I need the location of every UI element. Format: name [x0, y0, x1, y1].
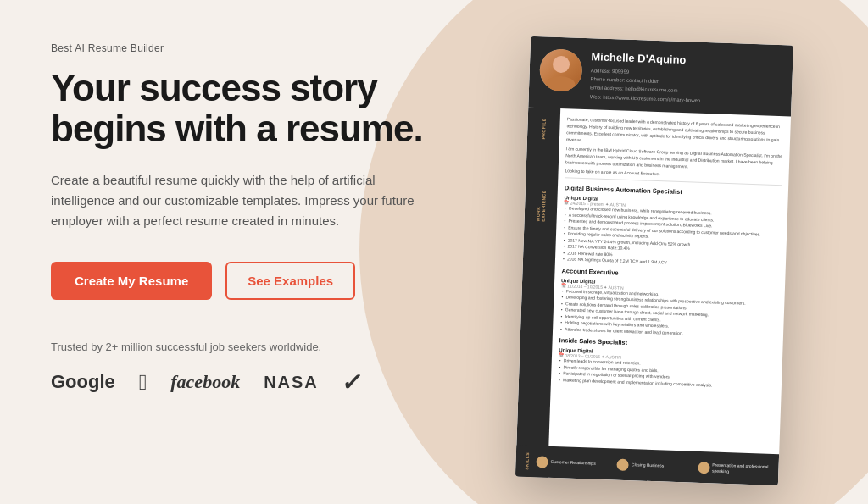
resume-profile: Passionate, customer-focused leader with…	[566, 115, 784, 150]
resume-name-block: Michelle D'Aquino Address: 909999 Phone …	[590, 50, 783, 108]
badge-text: Best AI Resume Builder	[51, 42, 432, 54]
skill-2: Closing Business	[617, 455, 692, 475]
headline: Your success story begins with a resume.	[51, 68, 432, 150]
brand-logos: Google  facebook NASA ✓	[51, 368, 432, 396]
resume-content: Passionate, customer-focused leader with…	[548, 108, 791, 485]
resume-body: PROFILE WORKEXPERIENCE Passionate, custo…	[515, 107, 791, 485]
profile-label: PROFILE	[541, 117, 547, 138]
skill-text-3: Presentation and professional speaking	[712, 462, 772, 475]
trust-section: Trusted by 2+ million successful job see…	[51, 341, 432, 396]
skill-3: Presentation and professional speaking	[698, 458, 772, 479]
headline-line1: Your success story	[51, 67, 377, 108]
see-examples-button[interactable]: See Examples	[225, 262, 355, 300]
skill-1: Customer Relationships	[536, 452, 610, 473]
resume-address: Address: 909999 Phone number: contact hi…	[590, 66, 782, 108]
skill-icon-1	[536, 455, 548, 467]
subheadline: Create a beautiful resume quickly with t…	[51, 170, 415, 231]
apple-logo: 	[139, 371, 147, 393]
skill-icon-3	[698, 461, 709, 473]
main-container: Best AI Resume Builder Your success stor…	[0, 0, 868, 504]
trust-text: Trusted by 2+ million successful job see…	[51, 341, 432, 353]
left-panel: Best AI Resume Builder Your success stor…	[0, 0, 475, 504]
nasa-logo: NASA	[264, 373, 319, 392]
skill-text-2: Closing Business	[632, 462, 665, 468]
nike-logo: ✓	[340, 368, 364, 396]
cta-buttons: Create My Resume See Examples	[51, 262, 432, 300]
resume-header: Michelle D'Aquino Address: 909999 Phone …	[528, 36, 793, 116]
right-panel: Michelle D'Aquino Address: 909999 Phone …	[475, 0, 868, 504]
work-label: WORKEXPERIENCE	[536, 190, 547, 222]
skill-icon-2	[617, 458, 629, 470]
google-logo: Google	[51, 371, 115, 393]
avatar-image	[539, 48, 583, 92]
headline-line2: begins with a resume.	[51, 108, 423, 149]
facebook-logo: facebook	[170, 371, 240, 393]
skills-label: SKILLS	[522, 451, 530, 469]
resume-avatar	[539, 48, 583, 92]
skill-text-1: Customer Relationships	[551, 458, 596, 466]
resume-name: Michelle D'Aquino	[591, 50, 782, 69]
create-resume-button[interactable]: Create My Resume	[51, 262, 212, 300]
resume-preview-card: Michelle D'Aquino Address: 909999 Phone …	[515, 36, 793, 485]
